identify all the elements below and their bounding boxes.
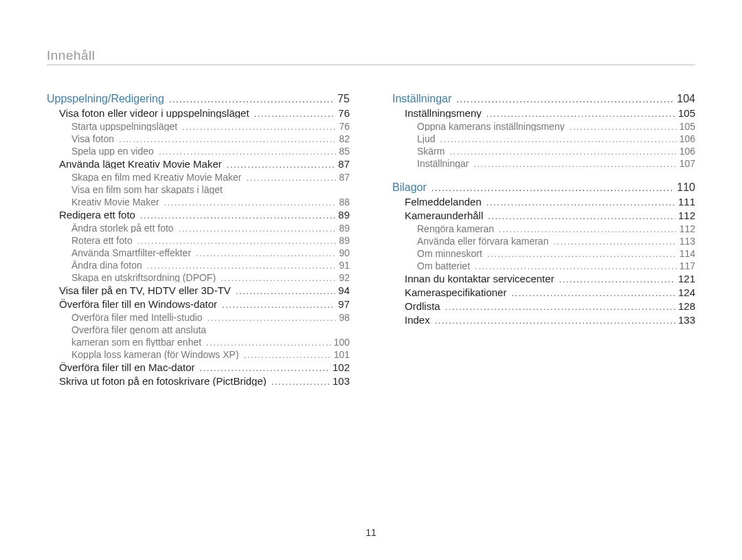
toc-entry-page: 102 [330,362,350,372]
toc-entry[interactable]: Visa foton82 [71,134,350,144]
toc-entry-page: 91 [336,260,350,270]
toc-entry-page: 113 [677,236,695,246]
toc-leader-dots [447,147,676,156]
toc-entry[interactable]: Koppla loss kameran (för Windows XP)101 [71,350,350,359]
toc-entry[interactable]: kameran som en flyttbar enhet100 [71,337,350,347]
toc-entry[interactable]: Öppna kamerans inställningsmeny105 [417,122,695,131]
toc-entry[interactable]: Spela upp en video85 [71,146,350,156]
toc-entry[interactable]: Bilagor110 [392,182,695,193]
toc-entry[interactable]: Felmeddelanden111 [405,197,695,207]
toc-entry-page: 106 [677,146,695,156]
toc-leader-dots [443,302,675,311]
toc-entry-page: 88 [336,197,350,207]
toc-leader-dots [225,160,336,169]
toc-entry[interactable]: Inställningar104 [392,93,695,104]
toc-entry-page: 104 [674,93,695,104]
toc-entry[interactable]: Använda läget Kreativ Movie Maker87 [59,159,350,169]
toc-entry-label: Använda Smartfilter-effekter [71,248,194,258]
toc-leader-dots [242,350,331,359]
toc-entry-label: Inställningar [392,93,454,104]
toc-right-column: Inställningar104Inställningsmeny105Öppna… [392,93,695,390]
toc-entry[interactable]: Kreativ Movie Maker88 [71,197,350,207]
toc-entry-label: Starta uppspelningsläget [71,122,180,131]
toc-entry[interactable]: Skriva ut foton på en fotoskrivare (Pict… [59,376,350,386]
toc-entry-page: 87 [335,159,350,169]
toc-entry-page: 117 [677,261,695,271]
toc-entry[interactable]: Redigera ett foto89 [59,210,350,220]
toc-entry[interactable]: Visa en film som har skapats i läget [71,185,350,194]
toc-entry-page: 89 [335,210,350,220]
toc-entry[interactable]: Överföra filer till en Windows-dator97 [59,299,350,309]
toc-entry[interactable]: Ordlista128 [405,301,695,311]
toc-leader-dots [252,109,336,118]
toc-entry[interactable]: Inställningsmeny105 [405,108,695,118]
toc-entry[interactable]: Kameraunderhåll112 [405,210,695,221]
title-divider [47,65,695,65]
toc-entry-page: 128 [675,301,695,311]
toc-entry-page: 121 [675,273,695,284]
toc-entry-label: Redigera ett foto [59,210,138,220]
toc-entry[interactable]: Ändra dina foton91 [71,260,350,270]
toc-entry-page: 114 [677,249,695,258]
toc-entry[interactable]: Överföra filer till en Mac-dator102 [59,362,350,372]
toc-entry[interactable]: Överföra filer med Intelli-studio98 [71,313,350,322]
toc-entry[interactable]: Visa foton eller videor i uppspelningslä… [59,108,350,118]
toc-leader-dots [472,159,677,168]
toc-entry-label: Visa foton eller videor i uppspelningslä… [59,108,252,118]
toc-leader-dots [234,287,335,295]
toc-entry-page: 76 [335,108,350,118]
toc-entry[interactable]: Visa filer på en TV, HDTV eller 3D-TV94 [59,285,350,295]
toc-leader-dots [509,289,675,298]
toc-entry-label: Uppspelning/Redigering [47,93,167,104]
toc-entry-page: 101 [331,350,350,359]
toc-entry[interactable]: Starta uppspelningsläget76 [71,122,350,131]
toc-leader-dots [117,135,336,144]
toc-entry-label: Överföra filer med Intelli-studio [71,313,205,322]
page-number: 11 [0,527,742,538]
toc-entry[interactable]: Använda eller förvara kameran113 [417,236,695,246]
toc-entry[interactable]: Om batteriet117 [417,261,695,271]
toc-entry-page: 112 [675,210,695,221]
toc-entry-label: Ordlista [405,301,443,311]
toc-entry[interactable]: Använda Smartfilter-effekter90 [71,248,350,258]
toc-entry-page: 100 [331,337,350,347]
toc-leader-dots [557,275,675,284]
toc-entry[interactable]: Kameraspecifikationer124 [405,287,695,298]
toc-entry-label: Visa filer på en TV, HDTV eller 3D-TV [59,285,234,295]
toc-entry-label: Koppla loss kameran (för Windows XP) [71,350,242,359]
toc-leader-dots [180,122,336,131]
toc-leader-dots [157,147,337,156]
toc-entry[interactable]: Rotera ett foto89 [71,236,350,245]
toc-leader-dots [205,313,337,322]
toc-entry[interactable]: Skapa en film med Kreativ Movie Maker87 [71,172,350,182]
toc-leader-dots [177,224,337,233]
toc-entry[interactable]: Överföra filer genom att ansluta [71,325,350,335]
toc-leader-dots [497,225,677,234]
toc-entry[interactable]: Skapa en utskriftsordning (DPOF)92 [71,273,350,282]
toc-entry-page: 82 [336,134,350,144]
toc-entry[interactable]: Rengöra kameran112 [417,224,695,234]
toc-entry[interactable]: Ändra storlek på ett foto89 [71,223,350,233]
toc-leader-dots [194,249,336,258]
toc-entry-label: Skapa en utskriftsordning (DPOF) [71,273,218,282]
toc-entry-label: Ändra storlek på ett foto [71,223,177,233]
toc-leader-dots [167,95,335,104]
toc-entry-page: 105 [677,122,695,131]
toc-leader-dots [204,338,331,347]
toc-leader-dots [162,198,337,207]
toc-entry[interactable]: Index133 [405,315,695,325]
toc-entry[interactable]: Ljud106 [417,134,695,144]
toc-entry[interactable]: Innan du kontaktar servicecenter121 [405,273,695,284]
toc-entry[interactable]: Inställningar107 [417,159,695,168]
toc-entry-page: 90 [336,248,350,258]
toc-entry-label: Använda eller förvara kameran [417,236,551,246]
toc-entry[interactable]: Skärm106 [417,146,695,156]
toc-entry-page: 124 [675,287,695,298]
toc-entry[interactable]: Om minneskort114 [417,249,695,258]
toc-entry[interactable]: Uppspelning/Redigering75 [47,93,350,104]
toc-left-column: Uppspelning/Redigering75Visa foton eller… [47,93,350,390]
toc-entry-page: 98 [336,313,350,322]
toc-entry-page: 111 [675,197,695,207]
toc-entry-page: 133 [675,315,695,325]
toc-entry-page: 97 [335,299,350,309]
